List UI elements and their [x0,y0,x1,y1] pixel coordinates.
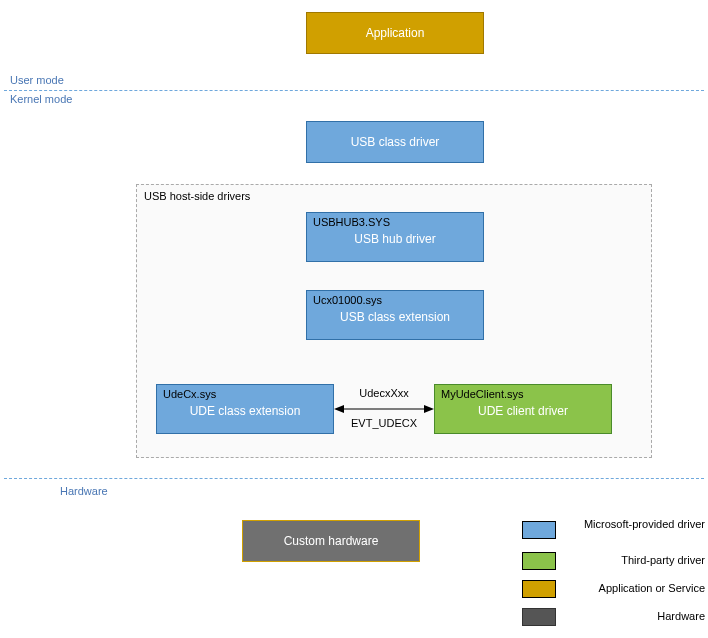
ucx-title: Ucx01000.sys [307,291,483,306]
legend-hw-swatch [522,608,556,626]
mode-divider-line [4,90,704,91]
ude-client-title: MyUdeClient.sys [435,385,611,400]
svg-marker-1 [334,405,344,413]
hardware-mode-label: Hardware [60,485,108,497]
arrow-top-label: UdecxXxx [334,387,434,399]
application-label: Application [307,26,483,40]
usb-class-driver-box: USB class driver [306,121,484,163]
legend-app-text: Application or Service [555,582,705,594]
legend-tp-text: Third-party driver [555,554,705,566]
ucx-label: USB class extension [307,306,483,324]
ude-client-label: UDE client driver [435,400,611,418]
custom-hardware-label: Custom hardware [243,534,419,548]
udecx-box: UdeCx.sys UDE class extension [156,384,334,434]
legend-ms-swatch [522,521,556,539]
legend-ms-text: Microsoft-provided driver [555,518,705,530]
usbhub3-label: USB hub driver [307,228,483,246]
usb-class-driver-label: USB class driver [307,135,483,149]
usbhub3-title: USBHUB3.SYS [307,213,483,228]
legend-tp-swatch [522,552,556,570]
legend-app-swatch [522,580,556,598]
bidirectional-arrow-icon [334,402,434,416]
custom-hardware-box: Custom hardware [242,520,420,562]
ude-client-box: MyUdeClient.sys UDE client driver [434,384,612,434]
svg-marker-2 [424,405,434,413]
legend-hw-text: Hardware [555,610,705,622]
usbhub3-box: USBHUB3.SYS USB hub driver [306,212,484,262]
arrow-bottom-label: EVT_UDECX [334,417,434,429]
ucx-box: Ucx01000.sys USB class extension [306,290,484,340]
kernel-mode-label: Kernel mode [10,93,72,105]
usb-host-side-drivers-title: USB host-side drivers [144,190,250,202]
user-mode-label: User mode [10,74,64,86]
application-box: Application [306,12,484,54]
udecx-title: UdeCx.sys [157,385,333,400]
hardware-divider-line [4,478,704,479]
udecx-label: UDE class extension [157,400,333,418]
